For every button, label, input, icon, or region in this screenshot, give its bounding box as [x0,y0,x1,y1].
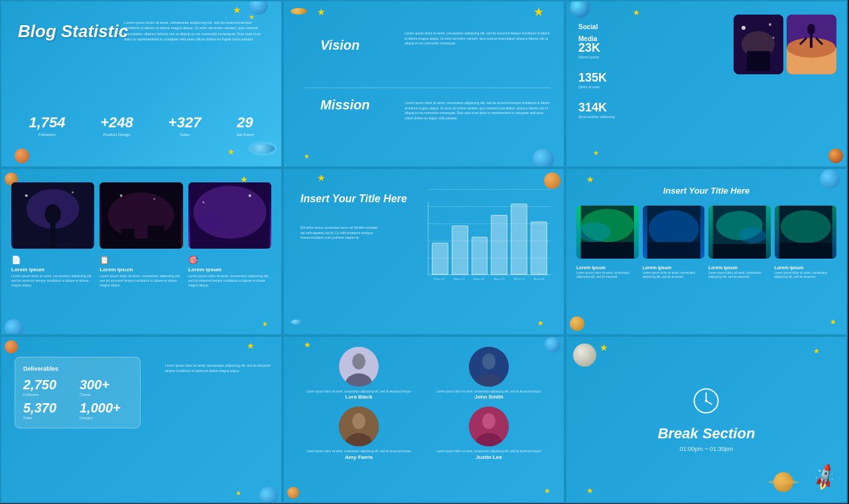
star-deco: ★ [544,487,551,495]
deliverables-grid: 2,750 Followers 300+ Clients 5,370 Sales… [23,377,132,420]
slide-deliverables: ★ ★ Deliverables 2,750 Followers 300+ Cl… [0,336,283,503]
star-deco: ★ [537,319,544,328]
svg-point-28 [248,194,251,197]
slide-body-text: Lorem ipsum dolor sit amet, consectetur … [124,20,268,42]
bar-chart [428,202,551,275]
svg-point-14 [27,189,80,229]
ring-deco [768,480,799,484]
star-deco: ★ [233,5,241,15]
bar-5 [511,204,527,275]
grid-line [428,241,551,241]
photo-silhouette [787,15,836,74]
deliv-item-2: 300+ Clients [80,377,132,397]
deliv-num-1: 2,750 [23,377,76,393]
planet-deco [545,337,560,353]
svg-rect-41 [779,206,832,259]
clock-svg [693,387,720,414]
caption-text-1: Lorem ipsum dolor sit amet, consectetur … [11,274,94,288]
caption-icon-3: 🎯 [188,255,271,265]
svg-rect-43 [779,243,832,259]
rocket-deco: 🚀 [809,462,840,493]
svg-point-10 [807,24,815,34]
bar-label-4: Blomi C5 [491,277,507,281]
stat-number: +248 [100,114,133,131]
photo-row [11,182,271,249]
deliv-sub-3: Sales [23,416,76,420]
avatar-justin [469,407,509,446]
avatar-amy [339,407,379,446]
svg-point-46 [346,373,372,387]
svg-rect-30 [581,206,634,259]
caption-3: 🎯 Lorem ipsum Lorem ipsum dolor sit amet… [188,255,271,288]
stats-container: 1,754 Followers +248 Product Design +327… [11,114,271,137]
svg-point-5 [773,37,775,39]
bar-6 [531,221,547,275]
star-deco: ★ [593,149,599,157]
star-deco: ★ [235,489,241,497]
planet-deco [249,0,268,15]
grid-line [428,189,551,190]
team-desc-4: Lorem ipsum dolor sit amet, consectetur … [427,450,551,454]
team-name-2: John Smith [427,394,551,400]
planet-deco [5,319,23,336]
slide-team: ★ ★ Lorem ipsum dolor sit amet, consecte… [283,336,565,503]
svg-point-31 [581,209,634,242]
slide-photos-captions: ★ ★ [0,168,283,336]
svg-point-42 [780,210,830,243]
planet-deco [570,0,590,18]
caption-title-1: Lorem ipsum [11,267,94,273]
svg-line-58 [706,401,712,404]
svg-point-48 [482,353,495,369]
svg-point-1 [742,31,775,58]
deliv-sub-1: Followers [23,393,76,397]
planet-ring-deco [251,144,275,153]
silhouette-svg [787,15,836,74]
chart-grid [428,189,551,275]
team-member-4: Lorem ipsum dolor sit amet, consectetur … [427,407,551,460]
star-deco: ★ [247,341,255,351]
svg-line-11 [800,38,807,44]
avatar-lora [339,347,379,387]
star-deco: ★ [633,8,640,17]
deliv-num-4: 1,000+ [80,401,132,416]
social-stat-2: 135K Qlolor sit amet [578,71,615,89]
svg-rect-36 [647,242,700,259]
star-deco: ★ [249,13,255,21]
caption-text-2: Lorem ipsum dolor sit amet, consectetur … [99,274,182,288]
star-deco: ★ [228,147,235,157]
s6-cap-text-1: Lorem ipsum dolor sit amet, consectetur … [576,271,639,280]
deliv-item-3: 5,370 Sales [23,401,76,420]
caption-icon-1: 📄 [11,255,94,265]
svg-point-45 [352,353,365,369]
caption-icon-2: 📋 [99,255,182,265]
s6-cap-2: Lorem ipsum Lorem ipsum dolor sit amet, … [643,265,705,280]
s6-photo-1 [576,206,639,259]
stat-sub: Qlorem ipsum [578,55,615,59]
mission-text: Lorem ipsum dolor sit amet, consectetur … [405,101,551,121]
deliv-num-2: 300+ [80,377,132,393]
star-deco: ★ [830,318,836,326]
stat-label: Job Event [236,133,254,137]
s6-captions: Lorem ipsum Lorem ipsum dolor sit amet, … [576,265,836,280]
planet-deco [287,487,299,499]
team-name-1: Lora Black [297,394,421,400]
star-deco: ★ [586,174,594,184]
deliverables-box: Deliverables 2,750 Followers 300+ Client… [15,357,141,428]
bar-label-1: Blomi C2 [431,277,447,281]
svg-rect-25 [190,182,269,249]
s6-cap-title-4: Lorem ipsum [775,265,837,270]
stat-number: 1,754 [29,114,65,131]
vision-text: Lorem ipsum dolor sit amet, consectetur … [405,31,551,46]
bar-3 [472,237,488,275]
photo-card-2 [99,182,182,249]
svg-rect-7 [787,48,836,74]
aurora-svg-1 [576,206,639,259]
presentation-grid: ★ ★ ★ Blog Statistic Lorem ipsum dolor s… [0,0,849,504]
photo-night [734,15,783,74]
stat-number: 135K [578,71,615,85]
photo-svg-1 [11,182,94,249]
break-time: 01:00pm ~ 01:30pm [658,445,755,452]
photo-card-1 [11,182,94,249]
stat-number: 314K [578,101,615,115]
stat-sub: @consectetur adipiscing [578,115,615,119]
